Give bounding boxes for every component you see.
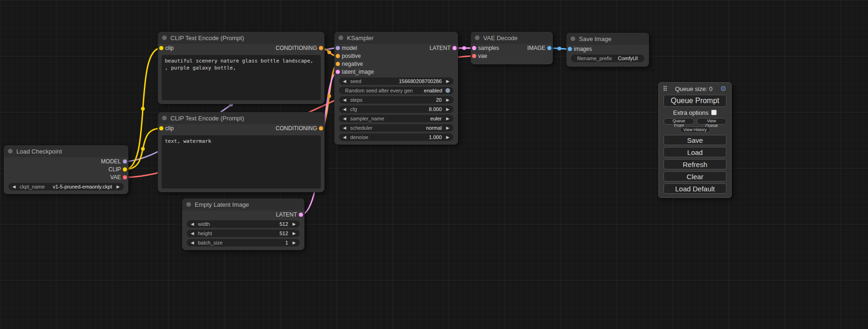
link-midpoint-dot xyxy=(141,147,145,151)
link-midpoint-dot xyxy=(327,50,331,54)
slot-row: LATENT xyxy=(182,210,304,218)
decrement-arrow-icon[interactable]: ◀ xyxy=(342,126,347,130)
widget-seed[interactable]: ◀ seed 156680208700286 ▶ xyxy=(339,77,453,85)
node-collapse-dot-icon[interactable] xyxy=(339,35,343,40)
widget-height[interactable]: ◀ height 512 ▶ xyxy=(187,230,300,237)
node-collapse-dot-icon[interactable] xyxy=(571,36,575,41)
view-queue-button[interactable]: View Queue xyxy=(697,118,727,125)
node-title-bar[interactable]: VAE Decode xyxy=(471,32,553,44)
decrement-arrow-icon[interactable]: ◀ xyxy=(342,135,347,140)
queue-front-button[interactable]: Queue Front xyxy=(663,118,694,125)
save-button[interactable]: Save xyxy=(663,135,727,145)
decrement-arrow-icon[interactable]: ◀ xyxy=(342,117,347,121)
refresh-button[interactable]: Refresh xyxy=(663,159,727,169)
widget-scheduler[interactable]: ◀ scheduler normal ▶ xyxy=(339,124,453,132)
input-port-negative[interactable] xyxy=(336,62,340,66)
node-title-bar[interactable]: CLIP Text Encode (Prompt) xyxy=(158,112,325,124)
input-port-images[interactable] xyxy=(568,47,572,51)
link-midpoint-dot xyxy=(141,107,145,111)
output-port-latent[interactable] xyxy=(452,46,457,50)
output-port-latent[interactable] xyxy=(299,212,303,217)
node-graph-canvas[interactable]: Load Checkpoint MODEL CLIP VAE ◀ ckpt_na… xyxy=(0,0,868,329)
widget-width[interactable]: ◀ width 512 ▶ xyxy=(187,220,300,228)
node-empty-latent-image[interactable]: Empty Latent Image LATENT ◀ width 512 ▶ … xyxy=(182,198,304,250)
node-load-checkpoint[interactable]: Load Checkpoint MODEL CLIP VAE ◀ ckpt_na… xyxy=(4,145,128,194)
queue-panel[interactable]: Queue size: 0 ⚙ Queue Prompt Extra optio… xyxy=(658,82,732,198)
widget-label: filename_prefix xyxy=(577,56,612,61)
decrement-arrow-icon[interactable]: ◀ xyxy=(190,222,195,226)
output-port-conditioning[interactable] xyxy=(319,126,323,130)
node-title-bar[interactable]: Load Checkpoint xyxy=(4,145,128,157)
increment-arrow-icon[interactable]: ▶ xyxy=(292,241,296,245)
increment-arrow-icon[interactable]: ▶ xyxy=(292,231,296,236)
input-port-latent-image[interactable] xyxy=(336,70,340,74)
output-port-vae[interactable] xyxy=(123,175,127,179)
input-port-positive[interactable] xyxy=(336,54,340,58)
toggle-indicator-icon[interactable] xyxy=(445,88,450,93)
widget-ckpt-name[interactable]: ◀ ckpt_name v1-5-pruned-emaonly.ckpt ▶ xyxy=(8,183,124,190)
decrement-arrow-icon[interactable]: ◀ xyxy=(342,79,347,84)
decrement-arrow-icon[interactable]: ◀ xyxy=(342,107,347,112)
queue-prompt-button[interactable]: Queue Prompt xyxy=(663,95,727,107)
increment-arrow-icon[interactable]: ▶ xyxy=(445,117,450,121)
widget-random-seed-toggle[interactable]: Random seed after every gen enabled xyxy=(339,87,453,94)
slot-row: MODEL xyxy=(4,157,128,165)
node-collapse-dot-icon[interactable] xyxy=(186,202,191,207)
output-port-clip[interactable] xyxy=(123,167,127,171)
increment-arrow-icon[interactable]: ▶ xyxy=(116,185,120,189)
widget-denoise[interactable]: ◀ denoise 1.000 ▶ xyxy=(339,133,453,141)
node-clip-text-encode-positive[interactable]: CLIP Text Encode (Prompt) clip CONDITION… xyxy=(158,32,325,104)
widget-value: ComfyUI xyxy=(618,56,638,61)
node-ksampler[interactable]: KSampler model LATENT positive negative … xyxy=(334,32,458,145)
node-collapse-dot-icon[interactable] xyxy=(162,35,167,40)
node-save-image[interactable]: Save Image images filename_prefix ComfyU… xyxy=(566,33,649,67)
widget-batch-size[interactable]: ◀ batch_size 1 ▶ xyxy=(187,239,300,246)
output-port-conditioning[interactable] xyxy=(319,46,323,50)
node-title: CLIP Text Encode (Prompt) xyxy=(170,35,244,42)
input-port-vae[interactable] xyxy=(472,54,476,58)
node-title-bar[interactable]: KSampler xyxy=(334,32,458,44)
increment-arrow-icon[interactable]: ▶ xyxy=(445,126,450,130)
node-clip-text-encode-negative[interactable]: CLIP Text Encode (Prompt) clip CONDITION… xyxy=(158,112,325,192)
increment-arrow-icon[interactable]: ▶ xyxy=(445,107,450,112)
input-slot-label: images xyxy=(574,46,592,52)
increment-arrow-icon[interactable]: ▶ xyxy=(445,135,450,140)
drag-handle-icon[interactable] xyxy=(663,86,667,91)
increment-arrow-icon[interactable]: ▶ xyxy=(445,98,450,102)
node-title-bar[interactable]: Empty Latent Image xyxy=(182,198,304,210)
widget-sampler-name[interactable]: ◀ sampler_name euler ▶ xyxy=(339,115,453,122)
widget-value: v1-5-pruned-emaonly.ckpt xyxy=(53,184,112,189)
node-collapse-dot-icon[interactable] xyxy=(475,35,480,40)
widget-value: 20 xyxy=(436,97,442,103)
node-vae-decode[interactable]: VAE Decode samples IMAGE vae xyxy=(471,32,553,64)
node-title-bar[interactable]: CLIP Text Encode (Prompt) xyxy=(158,32,325,44)
widget-steps[interactable]: ◀ steps 20 ▶ xyxy=(339,96,453,104)
positive-prompt-textarea[interactable] xyxy=(162,55,321,100)
output-port-model[interactable] xyxy=(123,159,127,163)
view-history-button[interactable]: View History xyxy=(680,126,711,133)
widget-cfg[interactable]: ◀ cfg 8.000 ▶ xyxy=(339,105,453,113)
node-collapse-dot-icon[interactable] xyxy=(8,149,13,154)
increment-arrow-icon[interactable]: ▶ xyxy=(445,79,450,84)
clear-button[interactable]: Clear xyxy=(663,171,727,182)
extra-options-checkbox[interactable] xyxy=(711,110,717,115)
node-title: VAE Decode xyxy=(483,35,517,42)
decrement-arrow-icon[interactable]: ◀ xyxy=(12,185,16,189)
input-port-model[interactable] xyxy=(336,46,340,50)
settings-gear-icon[interactable]: ⚙ xyxy=(720,85,727,92)
node-collapse-dot-icon[interactable] xyxy=(162,116,167,120)
negative-prompt-textarea[interactable] xyxy=(162,135,321,189)
decrement-arrow-icon[interactable]: ◀ xyxy=(190,241,195,245)
increment-arrow-icon[interactable]: ▶ xyxy=(292,222,296,226)
output-port-image[interactable] xyxy=(547,46,551,50)
widget-filename-prefix[interactable]: filename_prefix ComfyUI xyxy=(571,55,644,62)
load-button[interactable]: Load xyxy=(663,147,727,157)
decrement-arrow-icon[interactable]: ◀ xyxy=(190,231,195,236)
node-title-bar[interactable]: Save Image xyxy=(566,33,649,45)
input-port-clip[interactable] xyxy=(159,126,163,130)
input-port-clip[interactable] xyxy=(159,46,163,50)
widget-value: euler xyxy=(430,116,442,121)
load-default-button[interactable]: Load Default xyxy=(663,183,727,194)
decrement-arrow-icon[interactable]: ◀ xyxy=(342,98,347,102)
input-port-samples[interactable] xyxy=(472,46,476,50)
